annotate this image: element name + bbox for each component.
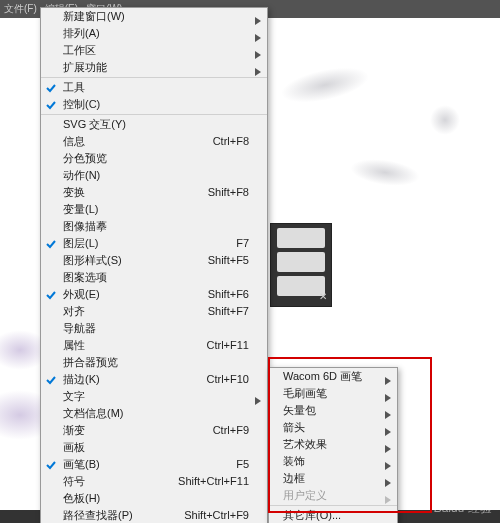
brush-stroke	[349, 155, 422, 189]
menu-item-label: 拼合器预览	[63, 356, 118, 368]
watermark: Baidu 经验	[434, 500, 492, 517]
menu-item[interactable]: 变换Shift+F8	[41, 184, 267, 201]
menu-separator	[41, 77, 267, 78]
menu-item-label: 属性	[63, 339, 85, 351]
menu-item[interactable]: 图像描摹	[41, 218, 267, 235]
menu-item[interactable]: 导航器	[41, 320, 267, 337]
menu-item[interactable]: 排列(A)	[41, 25, 267, 42]
menu-shortcut: Ctrl+F8	[213, 133, 249, 150]
submenu-item: 用户定义	[269, 487, 397, 504]
menu-item[interactable]: 图形样式(S)Shift+F5	[41, 252, 267, 269]
submenu-item-label: Wacom 6D 画笔	[283, 370, 362, 382]
menu-item[interactable]: 动作(N)	[41, 167, 267, 184]
menu-item-label: 图案选项	[63, 271, 107, 283]
menu-item-label: 符号	[63, 475, 85, 487]
menu-item-label: 画笔(B)	[63, 458, 100, 470]
menu-item[interactable]: 画板	[41, 439, 267, 456]
menu-item-label: 分色预览	[63, 152, 107, 164]
menu-item-label: 新建窗口(W)	[63, 10, 125, 22]
menu-shortcut: Shift+Ctrl+F9	[184, 507, 249, 523]
brush-preview[interactable]	[277, 252, 325, 272]
submenu-item[interactable]: 艺术效果	[269, 436, 397, 453]
menu-item[interactable]: 文档信息(M)	[41, 405, 267, 422]
menu-item[interactable]: 变量(L)	[41, 201, 267, 218]
menu-item[interactable]: 色板(H)	[41, 490, 267, 507]
menu-item-label: 扩展功能	[63, 61, 107, 73]
menu-item-label: 工作区	[63, 44, 96, 56]
menu-shortcut: Shift+F8	[208, 184, 249, 201]
menu-shortcut: Shift+F5	[208, 252, 249, 269]
menu-item[interactable]: 工作区	[41, 42, 267, 59]
menu-item[interactable]: 属性Ctrl+F11	[41, 337, 267, 354]
menu-item[interactable]: 分色预览	[41, 150, 267, 167]
submenu-arrow-icon	[255, 393, 261, 405]
menu-item[interactable]: 外观(E)Shift+F6	[41, 286, 267, 303]
menu-item[interactable]: 对齐Shift+F7	[41, 303, 267, 320]
submenu-item-label: 边框	[283, 472, 305, 484]
menubar-item[interactable]: 文件(F)	[4, 2, 37, 16]
menu-shortcut: Ctrl+F11	[207, 337, 250, 354]
menu-item[interactable]: 新建窗口(W)	[41, 8, 267, 25]
brush-stroke	[430, 105, 460, 135]
menu-item[interactable]: 扩展功能	[41, 59, 267, 76]
menu-shortcut: Shift+Ctrl+F11	[178, 473, 249, 490]
menu-item[interactable]: 文字	[41, 388, 267, 405]
menu-item-label: 信息	[63, 135, 85, 147]
brush-preview[interactable]	[277, 276, 325, 296]
menu-shortcut: F5	[236, 456, 249, 473]
brush-preview[interactable]	[277, 228, 325, 248]
submenu-arrow-icon	[255, 47, 261, 59]
menu-item[interactable]: 信息Ctrl+F8	[41, 133, 267, 150]
submenu-item[interactable]: Wacom 6D 画笔	[269, 368, 397, 385]
brush-stroke	[278, 61, 372, 109]
menu-separator	[269, 505, 397, 506]
menu-item-label: 对齐	[63, 305, 85, 317]
menu-item[interactable]: 符号Shift+Ctrl+F11	[41, 473, 267, 490]
menu-item-label: 画板	[63, 441, 85, 453]
menu-shortcut: Shift+F6	[208, 286, 249, 303]
menu-separator	[41, 114, 267, 115]
check-icon	[46, 98, 56, 108]
menu-item-label: 变换	[63, 186, 85, 198]
menu-shortcut: Shift+F7	[208, 303, 249, 320]
menu-item[interactable]: 拼合器预览	[41, 354, 267, 371]
submenu-item[interactable]: 边框	[269, 470, 397, 487]
menu-item[interactable]: 工具	[41, 79, 267, 96]
menu-item-label: 导航器	[63, 322, 96, 334]
submenu-item[interactable]: 毛刷画笔	[269, 385, 397, 402]
menu-item[interactable]: 控制(C)	[41, 96, 267, 113]
menu-item[interactable]: SVG 交互(Y)	[41, 116, 267, 133]
close-icon[interactable]: ✕	[319, 291, 327, 302]
window-menu: 新建窗口(W)排列(A)工作区扩展功能工具控制(C)SVG 交互(Y)信息Ctr…	[40, 7, 268, 523]
submenu-item-label: 箭头	[283, 421, 305, 433]
menu-item[interactable]: 路径查找器(P)Shift+Ctrl+F9	[41, 507, 267, 523]
menu-item-label: 渐变	[63, 424, 85, 436]
menu-item[interactable]: 图层(L)F7	[41, 235, 267, 252]
submenu-item[interactable]: 箭头	[269, 419, 397, 436]
submenu-item[interactable]: 其它库(O)...	[269, 507, 397, 523]
brush-library-submenu: Wacom 6D 画笔毛刷画笔矢量包箭头艺术效果装饰边框用户定义其它库(O)..…	[268, 367, 398, 523]
menu-item-label: 文字	[63, 390, 85, 402]
menu-shortcut: Ctrl+F9	[213, 422, 249, 439]
menu-item-label: 工具	[63, 81, 85, 93]
submenu-arrow-icon	[255, 30, 261, 42]
menu-item-label: 文档信息(M)	[63, 407, 124, 419]
menu-item-label: 色板(H)	[63, 492, 100, 504]
submenu-item-label: 毛刷画笔	[283, 387, 327, 399]
menu-item-label: 图层(L)	[63, 237, 98, 249]
submenu-item-label: 艺术效果	[283, 438, 327, 450]
brushes-panel[interactable]: ✕	[270, 223, 332, 307]
menu-item[interactable]: 图案选项	[41, 269, 267, 286]
menu-item[interactable]: 描边(K)Ctrl+F10	[41, 371, 267, 388]
check-icon	[46, 373, 56, 383]
check-icon	[46, 288, 56, 298]
check-icon	[46, 237, 56, 247]
menu-item-label: 控制(C)	[63, 98, 100, 110]
submenu-item[interactable]: 装饰	[269, 453, 397, 470]
menu-item[interactable]: 渐变Ctrl+F9	[41, 422, 267, 439]
menu-item[interactable]: 画笔(B)F5	[41, 456, 267, 473]
check-icon	[46, 458, 56, 468]
menu-item-label: 动作(N)	[63, 169, 100, 181]
submenu-item[interactable]: 矢量包	[269, 402, 397, 419]
menu-item-label: 路径查找器(P)	[63, 509, 133, 521]
